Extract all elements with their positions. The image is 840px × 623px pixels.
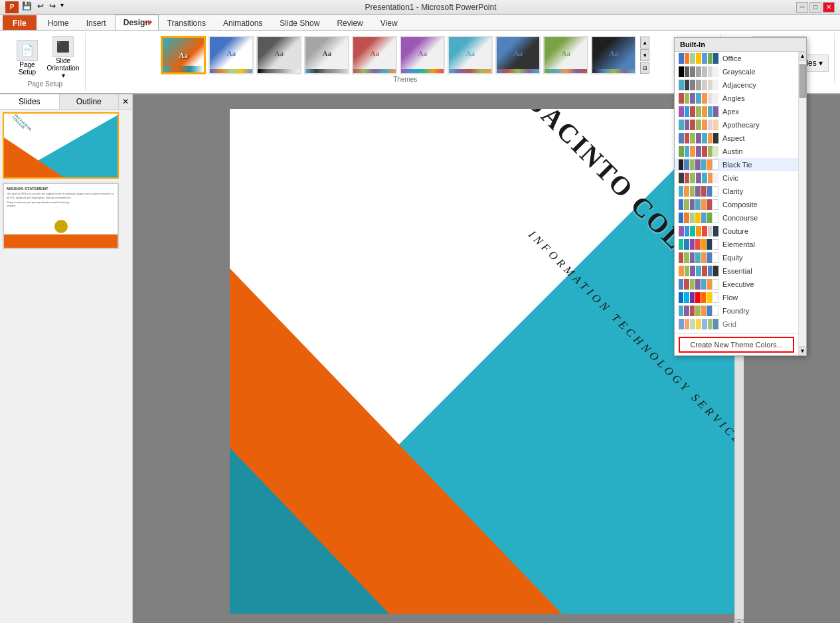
color-item-concourse[interactable]: Concourse	[675, 211, 798, 224]
slide-orientation-label: SlideOrientation ▾	[46, 57, 80, 79]
themes-scroll-more[interactable]: ⊟	[640, 62, 649, 74]
color-name-flow: Flow	[722, 294, 738, 302]
tab-slideshow[interactable]: Slide Show	[271, 15, 328, 31]
colors-dropdown-header: Built-In	[680, 41, 705, 48]
color-item-austin[interactable]: Austin	[675, 145, 798, 158]
theme-adjacency[interactable]: Aa	[304, 36, 349, 74]
color-item-essential[interactable]: Essential	[675, 264, 798, 278]
color-item-elemental[interactable]: Elemental	[675, 238, 798, 251]
color-name-grid: Grid	[722, 320, 736, 328]
color-swatch-elemental	[679, 239, 718, 250]
quick-access-save[interactable]: 💾	[20, 1, 34, 13]
create-new-button[interactable]: Create New Theme Colors...	[679, 337, 794, 353]
theme-apothecary[interactable]: Aa	[448, 36, 493, 74]
slides-panel: Slides Outline ✕ 1 SAN JACINTOCOLLEGE 2	[0, 94, 133, 623]
theme-austin[interactable]: Aa	[543, 36, 588, 74]
theme-aspect[interactable]: Aa	[495, 36, 541, 74]
color-item-executive[interactable]: Executive	[675, 278, 798, 291]
color-item-flow[interactable]: Flow	[675, 291, 798, 304]
themes-scroll-down[interactable]: ▼	[640, 49, 649, 61]
color-swatch-blacktie	[679, 159, 718, 170]
color-swatch-angles	[679, 93, 718, 104]
color-name-concourse: Concourse	[722, 214, 758, 222]
theme-current[interactable]: Aa	[161, 36, 206, 74]
tab-home[interactable]: Home	[39, 15, 78, 31]
color-item-aspect[interactable]: Aspect	[675, 132, 798, 145]
color-item-clarity[interactable]: Clarity	[675, 185, 798, 198]
page-setup-section-label: Page Setup	[28, 79, 62, 88]
tab-design[interactable]: Design	[115, 15, 159, 31]
maximize-button[interactable]: □	[809, 2, 821, 13]
color-name-apothecary: Apothecary	[722, 121, 760, 129]
color-name-foundry: Foundry	[722, 307, 749, 315]
color-item-adjacency[interactable]: Adjacency	[675, 78, 798, 92]
slide-background: SAN JACINTO COLLEGE INFORMATION TECHNOLO…	[230, 109, 734, 614]
color-name-composite: Composite	[722, 201, 758, 209]
color-item-grayscale[interactable]: Grayscale	[675, 65, 798, 78]
color-swatch-flow	[679, 292, 718, 303]
color-item-apex[interactable]: Apex	[675, 105, 798, 118]
theme-grayscale[interactable]: Aa	[256, 36, 301, 74]
colors-scroll-up[interactable]: ▲	[799, 52, 806, 61]
themes-group: Aa Aa Aa Aa	[91, 33, 720, 86]
color-item-civic[interactable]: Civic	[675, 171, 798, 185]
tab-outline[interactable]: Outline	[60, 94, 120, 109]
color-swatch-equity	[679, 252, 718, 263]
tab-view[interactable]: View	[372, 15, 406, 31]
tab-insert[interactable]: Insert	[78, 15, 115, 31]
title-bar: P 💾 ↩ ↪ ▾ Presentation1 - Microsoft Powe…	[0, 0, 840, 15]
color-item-blacktie[interactable]: Black Tie	[675, 158, 798, 171]
create-new-label: Create New Theme Colors...	[690, 341, 782, 349]
color-item-composite[interactable]: Composite	[675, 198, 798, 211]
quick-access-redo[interactable]: ↪	[47, 1, 58, 13]
tab-file[interactable]: File	[3, 15, 37, 31]
color-item-foundry[interactable]: Foundry	[675, 304, 798, 317]
color-name-equity: Equity	[722, 254, 743, 262]
close-button[interactable]: ✕	[823, 2, 835, 13]
slide-thumb-2[interactable]: 2 MISSION STATEMENT Our goal at JITS is …	[3, 183, 129, 249]
color-item-couture[interactable]: Couture	[675, 224, 798, 238]
page-setup-button[interactable]: 📄 PageSetup	[11, 40, 44, 76]
color-item-grid[interactable]: Grid	[675, 317, 798, 331]
color-item-angles[interactable]: Angles	[675, 92, 798, 105]
color-name-civic: Civic	[722, 174, 738, 182]
quick-access-more[interactable]: ▾	[59, 1, 65, 13]
colors-scroll-down[interactable]: ▼	[799, 346, 806, 355]
color-name-apex: Apex	[722, 108, 739, 116]
theme-angles[interactable]: Aa	[352, 36, 397, 74]
scroll-down-button[interactable]: ▼	[735, 619, 744, 623]
quick-access-undo[interactable]: ↩	[35, 1, 46, 13]
color-name-clarity: Clarity	[722, 187, 743, 195]
ribbon-tabs: File Home Insert Design Transitions Anim…	[0, 15, 840, 30]
slide-thumb-1[interactable]: 1 SAN JACINTOCOLLEGE	[3, 112, 129, 179]
page-setup-icon: 📄	[17, 40, 38, 61]
tab-slides[interactable]: Slides	[0, 94, 60, 109]
panel-close-button[interactable]: ✕	[119, 94, 132, 109]
color-item-office[interactable]: Office	[675, 52, 798, 65]
tab-animations[interactable]: Animations	[214, 15, 271, 31]
slide-orientation-button[interactable]: ⬛ SlideOrientation ▾	[46, 36, 80, 79]
color-name-austin: Austin	[722, 147, 743, 155]
themes-scroll-up[interactable]: ▲	[640, 37, 649, 48]
color-swatch-grayscale	[679, 66, 718, 77]
page-setup-label: PageSetup	[19, 61, 36, 76]
minimize-button[interactable]: ─	[796, 2, 808, 13]
tab-transitions[interactable]: Transitions	[159, 15, 214, 31]
color-name-elemental: Elemental	[722, 240, 755, 248]
theme-apex[interactable]: Aa	[400, 36, 445, 74]
color-swatch-foundry	[679, 306, 718, 316]
color-swatch-aspect	[679, 133, 718, 143]
theme-blacktie[interactable]: Aa	[591, 36, 636, 74]
color-item-equity[interactable]: Equity	[675, 251, 798, 264]
colors-dropdown: Built-In Office Grayscale	[674, 37, 807, 356]
color-item-apothecary[interactable]: Apothecary	[675, 118, 798, 132]
color-swatch-concourse	[679, 213, 718, 223]
colors-scroll-thumb[interactable]	[799, 64, 806, 98]
color-swatch-austin	[679, 146, 718, 157]
theme-office[interactable]: Aa	[209, 36, 254, 74]
slide-canvas: SAN JACINTO COLLEGE INFORMATION TECHNOLO…	[230, 109, 734, 614]
color-name-adjacency: Adjacency	[722, 81, 756, 89]
color-name-essential: Essential	[722, 267, 752, 275]
tab-review[interactable]: Review	[328, 15, 371, 31]
colors-dropdown-scrollbar: ▲ ▼	[798, 52, 806, 355]
